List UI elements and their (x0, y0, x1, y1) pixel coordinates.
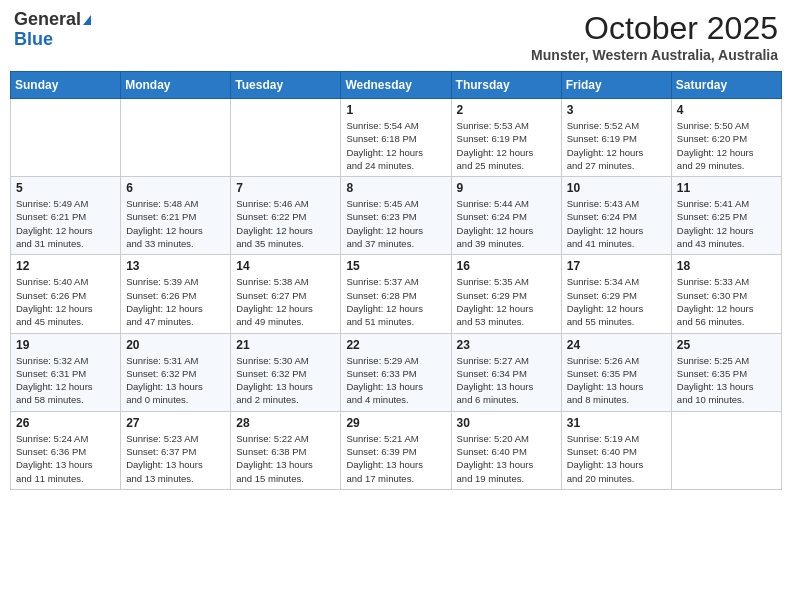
day-info: Sunrise: 5:49 AM Sunset: 6:21 PM Dayligh… (16, 197, 115, 250)
day-info: Sunrise: 5:53 AM Sunset: 6:19 PM Dayligh… (457, 119, 556, 172)
day-number: 24 (567, 338, 666, 352)
day-number: 12 (16, 259, 115, 273)
day-number: 19 (16, 338, 115, 352)
day-info: Sunrise: 5:39 AM Sunset: 6:26 PM Dayligh… (126, 275, 225, 328)
calendar-cell: 17Sunrise: 5:34 AM Sunset: 6:29 PM Dayli… (561, 255, 671, 333)
day-info: Sunrise: 5:25 AM Sunset: 6:35 PM Dayligh… (677, 354, 776, 407)
calendar-cell: 23Sunrise: 5:27 AM Sunset: 6:34 PM Dayli… (451, 333, 561, 411)
day-number: 31 (567, 416, 666, 430)
day-info: Sunrise: 5:38 AM Sunset: 6:27 PM Dayligh… (236, 275, 335, 328)
calendar-cell: 18Sunrise: 5:33 AM Sunset: 6:30 PM Dayli… (671, 255, 781, 333)
calendar-cell: 28Sunrise: 5:22 AM Sunset: 6:38 PM Dayli… (231, 411, 341, 489)
day-number: 27 (126, 416, 225, 430)
calendar-cell: 3Sunrise: 5:52 AM Sunset: 6:19 PM Daylig… (561, 99, 671, 177)
day-number: 23 (457, 338, 556, 352)
day-info: Sunrise: 5:20 AM Sunset: 6:40 PM Dayligh… (457, 432, 556, 485)
day-info: Sunrise: 5:54 AM Sunset: 6:18 PM Dayligh… (346, 119, 445, 172)
calendar-cell: 19Sunrise: 5:32 AM Sunset: 6:31 PM Dayli… (11, 333, 121, 411)
calendar-cell: 13Sunrise: 5:39 AM Sunset: 6:26 PM Dayli… (121, 255, 231, 333)
calendar-cell: 7Sunrise: 5:46 AM Sunset: 6:22 PM Daylig… (231, 177, 341, 255)
calendar-cell (671, 411, 781, 489)
calendar-cell (231, 99, 341, 177)
day-number: 10 (567, 181, 666, 195)
calendar-cell: 6Sunrise: 5:48 AM Sunset: 6:21 PM Daylig… (121, 177, 231, 255)
logo: General Blue (14, 10, 91, 50)
calendar-cell: 15Sunrise: 5:37 AM Sunset: 6:28 PM Dayli… (341, 255, 451, 333)
header: General Blue October 2025 Munster, Weste… (10, 10, 782, 63)
calendar-cell: 21Sunrise: 5:30 AM Sunset: 6:32 PM Dayli… (231, 333, 341, 411)
day-number: 6 (126, 181, 225, 195)
day-info: Sunrise: 5:19 AM Sunset: 6:40 PM Dayligh… (567, 432, 666, 485)
day-number: 20 (126, 338, 225, 352)
day-info: Sunrise: 5:33 AM Sunset: 6:30 PM Dayligh… (677, 275, 776, 328)
calendar-cell: 22Sunrise: 5:29 AM Sunset: 6:33 PM Dayli… (341, 333, 451, 411)
day-number: 1 (346, 103, 445, 117)
calendar-cell: 4Sunrise: 5:50 AM Sunset: 6:20 PM Daylig… (671, 99, 781, 177)
calendar-cell: 26Sunrise: 5:24 AM Sunset: 6:36 PM Dayli… (11, 411, 121, 489)
day-number: 18 (677, 259, 776, 273)
day-number: 5 (16, 181, 115, 195)
day-number: 21 (236, 338, 335, 352)
calendar-week-2: 5Sunrise: 5:49 AM Sunset: 6:21 PM Daylig… (11, 177, 782, 255)
header-tuesday: Tuesday (231, 72, 341, 99)
calendar-cell: 12Sunrise: 5:40 AM Sunset: 6:26 PM Dayli… (11, 255, 121, 333)
day-info: Sunrise: 5:45 AM Sunset: 6:23 PM Dayligh… (346, 197, 445, 250)
calendar-week-1: 1Sunrise: 5:54 AM Sunset: 6:18 PM Daylig… (11, 99, 782, 177)
header-thursday: Thursday (451, 72, 561, 99)
day-info: Sunrise: 5:32 AM Sunset: 6:31 PM Dayligh… (16, 354, 115, 407)
day-info: Sunrise: 5:27 AM Sunset: 6:34 PM Dayligh… (457, 354, 556, 407)
logo-top: General (14, 10, 91, 30)
calendar-cell (121, 99, 231, 177)
day-number: 7 (236, 181, 335, 195)
calendar-cell: 2Sunrise: 5:53 AM Sunset: 6:19 PM Daylig… (451, 99, 561, 177)
calendar-cell: 10Sunrise: 5:43 AM Sunset: 6:24 PM Dayli… (561, 177, 671, 255)
day-info: Sunrise: 5:44 AM Sunset: 6:24 PM Dayligh… (457, 197, 556, 250)
day-info: Sunrise: 5:22 AM Sunset: 6:38 PM Dayligh… (236, 432, 335, 485)
calendar-cell: 14Sunrise: 5:38 AM Sunset: 6:27 PM Dayli… (231, 255, 341, 333)
calendar-cell: 27Sunrise: 5:23 AM Sunset: 6:37 PM Dayli… (121, 411, 231, 489)
day-number: 3 (567, 103, 666, 117)
day-info: Sunrise: 5:52 AM Sunset: 6:19 PM Dayligh… (567, 119, 666, 172)
header-saturday: Saturday (671, 72, 781, 99)
day-info: Sunrise: 5:48 AM Sunset: 6:21 PM Dayligh… (126, 197, 225, 250)
day-info: Sunrise: 5:23 AM Sunset: 6:37 PM Dayligh… (126, 432, 225, 485)
subtitle: Munster, Western Australia, Australia (531, 47, 778, 63)
calendar-cell: 16Sunrise: 5:35 AM Sunset: 6:29 PM Dayli… (451, 255, 561, 333)
header-monday: Monday (121, 72, 231, 99)
day-number: 17 (567, 259, 666, 273)
calendar-week-4: 19Sunrise: 5:32 AM Sunset: 6:31 PM Dayli… (11, 333, 782, 411)
day-number: 25 (677, 338, 776, 352)
day-info: Sunrise: 5:29 AM Sunset: 6:33 PM Dayligh… (346, 354, 445, 407)
day-info: Sunrise: 5:31 AM Sunset: 6:32 PM Dayligh… (126, 354, 225, 407)
calendar-table: SundayMondayTuesdayWednesdayThursdayFrid… (10, 71, 782, 490)
day-info: Sunrise: 5:41 AM Sunset: 6:25 PM Dayligh… (677, 197, 776, 250)
calendar-week-5: 26Sunrise: 5:24 AM Sunset: 6:36 PM Dayli… (11, 411, 782, 489)
day-number: 11 (677, 181, 776, 195)
calendar-cell: 11Sunrise: 5:41 AM Sunset: 6:25 PM Dayli… (671, 177, 781, 255)
day-number: 26 (16, 416, 115, 430)
day-number: 28 (236, 416, 335, 430)
calendar-cell: 8Sunrise: 5:45 AM Sunset: 6:23 PM Daylig… (341, 177, 451, 255)
day-number: 13 (126, 259, 225, 273)
title-area: October 2025 Munster, Western Australia,… (531, 10, 778, 63)
calendar-cell: 24Sunrise: 5:26 AM Sunset: 6:35 PM Dayli… (561, 333, 671, 411)
day-number: 4 (677, 103, 776, 117)
calendar-cell: 31Sunrise: 5:19 AM Sunset: 6:40 PM Dayli… (561, 411, 671, 489)
day-number: 8 (346, 181, 445, 195)
day-info: Sunrise: 5:26 AM Sunset: 6:35 PM Dayligh… (567, 354, 666, 407)
calendar-cell (11, 99, 121, 177)
header-wednesday: Wednesday (341, 72, 451, 99)
calendar-week-3: 12Sunrise: 5:40 AM Sunset: 6:26 PM Dayli… (11, 255, 782, 333)
day-info: Sunrise: 5:46 AM Sunset: 6:22 PM Dayligh… (236, 197, 335, 250)
day-info: Sunrise: 5:43 AM Sunset: 6:24 PM Dayligh… (567, 197, 666, 250)
calendar-cell: 5Sunrise: 5:49 AM Sunset: 6:21 PM Daylig… (11, 177, 121, 255)
calendar-cell: 30Sunrise: 5:20 AM Sunset: 6:40 PM Dayli… (451, 411, 561, 489)
day-info: Sunrise: 5:40 AM Sunset: 6:26 PM Dayligh… (16, 275, 115, 328)
day-number: 16 (457, 259, 556, 273)
calendar-cell: 9Sunrise: 5:44 AM Sunset: 6:24 PM Daylig… (451, 177, 561, 255)
day-info: Sunrise: 5:24 AM Sunset: 6:36 PM Dayligh… (16, 432, 115, 485)
day-info: Sunrise: 5:37 AM Sunset: 6:28 PM Dayligh… (346, 275, 445, 328)
day-number: 29 (346, 416, 445, 430)
day-info: Sunrise: 5:35 AM Sunset: 6:29 PM Dayligh… (457, 275, 556, 328)
logo-blue-text: Blue (14, 30, 91, 50)
